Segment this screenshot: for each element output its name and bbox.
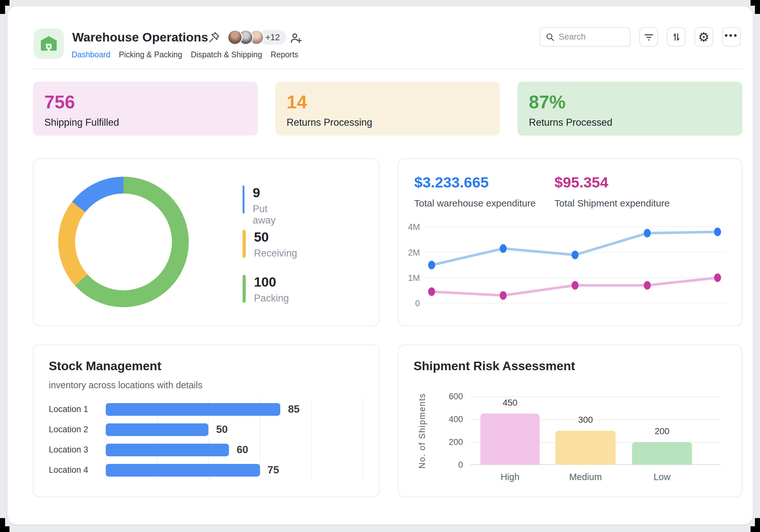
add-user-icon [289,32,303,46]
bar-track: 50 [106,423,363,436]
risk-bar [632,442,692,465]
more-options-button[interactable]: ••• [722,27,741,47]
expenditure-card: $3.233.665 Total warehouse expenditure $… [398,158,742,326]
page-title: Warehouse Operations [72,30,208,44]
ellipsis-icon: ••• [725,31,738,43]
warehouse-logo [33,28,64,59]
pin-button[interactable] [207,30,221,44]
search-icon [545,32,555,42]
expenditure-line-chart [424,222,726,309]
stock-value: 75 [267,464,279,476]
tab-reports[interactable]: Reports [271,50,299,59]
data-point [644,229,651,237]
legend-swatch [243,186,245,214]
donut-chart [58,177,189,307]
crop-mark [0,0,15,15]
y-tick: 400 [436,414,463,424]
header-divider [32,69,743,69]
data-point [500,291,507,300]
stock-row-location-3: Location 3 60 [33,444,379,456]
bar-value: 450 [480,398,540,408]
risk-column-low: 200 Low [632,397,692,465]
data-point [644,281,651,290]
stock-row-location-1: Location 1 85 [33,403,379,416]
stock-bar [106,423,208,436]
tab-dispatch-shipping[interactable]: Dispatch & Shipping [191,50,262,59]
risk-column-high: 450 High [480,397,540,465]
settings-button[interactable]: ⚙ [694,27,713,47]
y-axis-label: No. of Shipments [417,383,427,478]
stat-card-returns-processed: 87% Returns Processed [517,82,742,135]
stat-label: Shipping Fulfilled [44,117,246,128]
y-tick: 1M [400,273,420,283]
y-tick: 2M [400,248,420,258]
nav-tabs: Dashboard Picking & Packing Dispatch & S… [71,50,298,59]
category-label: Low [632,472,692,482]
y-tick: 0 [436,460,463,470]
stat-label: Returns Processed [529,117,731,128]
data-point [572,251,579,259]
bar-track: 85 [106,403,363,416]
y-tick: 200 [436,437,463,447]
crop-mark [745,517,760,532]
gear-icon: ⚙ [698,31,710,43]
add-user-button[interactable] [289,32,303,46]
data-point [714,228,721,236]
row-label: Location 4 [49,465,99,475]
legend-item-packing: 100 Packing [243,275,289,304]
search-input[interactable] [559,32,622,42]
total-label: Total warehouse expenditure [414,198,536,209]
warehouse-icon [39,34,58,53]
avatar [227,30,243,45]
crop-mark [0,517,15,532]
total-label: Total Shipment expenditure [554,198,670,209]
stock-value: 60 [237,444,248,456]
stock-bar [106,444,229,456]
legend-swatch [243,275,246,303]
shipment-expenditure-total: $95.354 Total Shipment expenditure [554,173,670,209]
bar-value: 200 [632,426,692,436]
stock-management-card: Stock Management inventory across locati… [33,345,380,497]
tab-dashboard[interactable]: Dashboard [71,50,110,59]
legend-label: Receiving [254,248,297,259]
search-box[interactable] [540,27,631,47]
donut-hole [75,193,172,290]
legend-item-receiving: 50 Receiving [243,230,297,259]
stat-card-shipping-fulfilled: 756 Shipping Fulfilled [33,82,258,135]
stock-value: 85 [288,403,300,415]
risk-bar [555,431,616,465]
stat-value: 87% [529,91,731,113]
legend-value: 100 [254,275,289,289]
stock-value: 50 [216,423,228,435]
avatar-group[interactable]: +12 [227,30,286,45]
legend-label: Put away [253,203,277,226]
row-label: Location 1 [49,405,99,414]
row-label: Location 2 [49,425,99,434]
y-tick: 4M [400,222,420,232]
pin-icon [208,31,220,44]
row-label: Location 3 [49,445,99,455]
bar-value: 300 [555,415,616,425]
risk-bar-chart: 450 High 300 Medium 200 Low [471,397,721,465]
tab-picking-packing[interactable]: Picking & Packing [119,50,182,59]
card-title: Stock Management [49,359,161,373]
data-point [714,273,721,282]
card-title: Shipment Risk Assessment [413,359,575,373]
sort-icon [671,32,682,42]
sort-button[interactable] [667,27,686,47]
shipment-risk-card: Shipment Risk Assessment No. of Shipment… [398,345,742,497]
stat-value: 756 [44,91,246,113]
stock-bar [106,464,260,477]
stat-value: 14 [287,91,489,113]
data-point [428,288,435,296]
total-value: $3.233.665 [414,173,536,191]
category-label: Medium [555,472,616,482]
legend-value: 50 [254,230,297,244]
warehouse-expenditure-total: $3.233.665 Total warehouse expenditure [414,173,536,209]
filter-button[interactable] [640,27,658,47]
bar-track: 75 [106,464,363,477]
card-subtitle: inventory across locations with details [49,380,202,390]
legend-swatch [243,230,246,258]
data-point [572,281,579,290]
filter-icon [643,32,654,42]
